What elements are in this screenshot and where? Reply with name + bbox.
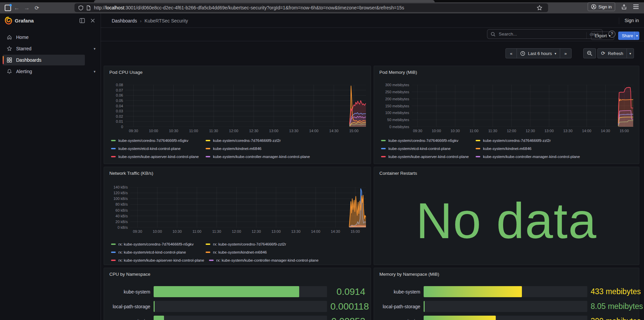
- legend-item[interactable]: rx: kube-system/coredns-7d764666f9-n5gkv: [111, 242, 206, 246]
- star-icon: [7, 46, 12, 51]
- home-icon: [7, 35, 12, 40]
- sidebar-divider: [101, 13, 101, 320]
- browser-active-tab[interactable]: [94, 0, 435, 2]
- plot-area[interactable]: [125, 85, 366, 127]
- gauge-row: local-path-storage0.000118: [109, 301, 365, 312]
- legend-item[interactable]: rx: kube-system/kindnet-m6846: [206, 250, 300, 254]
- close-icon[interactable]: [91, 18, 95, 23]
- legend-item[interactable]: kube-system/kube-apiserver-kind-control-…: [381, 155, 476, 159]
- y-tick-label: 60 kB/s: [115, 208, 128, 212]
- x-tick-label: 10:00: [149, 129, 158, 133]
- panel-title[interactable]: Pod CPU Usage: [109, 70, 143, 75]
- legend-item[interactable]: rx: kube-system/etcd-kind-control-plane: [111, 250, 206, 254]
- browser-url-bar[interactable]: http://localhost:3001/d/d060e8cc-d2ec-4f…: [74, 3, 548, 12]
- browser-extension-icon[interactable]: [621, 4, 627, 10]
- x-tick-label: 10:30: [172, 229, 182, 233]
- namespace-label: local-path-storage: [109, 304, 150, 309]
- panel-network-traffic: Network Traffic (KB/s) 140 kB/s120 kB/s1…: [104, 167, 371, 265]
- y-axis: 140 kB/s120 kB/s100 kB/s80 kB/s60 kB/s40…: [109, 187, 130, 227]
- bar-gauge: kube-system0.0914local-path-storage0.000…: [104, 286, 371, 320]
- chevron-down-icon[interactable]: ▾: [91, 43, 99, 54]
- time-zoom-out-button[interactable]: [583, 48, 596, 58]
- series-color-swatch: [206, 140, 210, 141]
- series-label: kube-system/kindnet-m6846: [213, 147, 261, 151]
- series-label: kube-system/kindnet-m6846: [483, 147, 531, 151]
- plot-area[interactable]: [412, 85, 634, 127]
- chevron-down-icon[interactable]: ▾: [91, 66, 99, 77]
- y-tick-label: 100 kB/s: [113, 197, 128, 201]
- gauge-value: 0.00853: [330, 316, 365, 320]
- browser-sign-in-button[interactable]: Sign in: [588, 2, 615, 11]
- sidebar-item-alerting[interactable]: Alerting▾: [3, 66, 85, 77]
- legend-item[interactable]: kube-system/coredns-7d764666f9-zzl2r: [206, 139, 300, 143]
- panel-title[interactable]: Network Traffic (KB/s): [109, 171, 153, 176]
- clock-icon: [520, 51, 525, 56]
- dock-menu-icon[interactable]: [79, 18, 85, 23]
- gauge-track[interactable]: [424, 301, 587, 312]
- gauge-track[interactable]: [424, 286, 587, 297]
- legend-item[interactable]: kube-system/coredns-7d764666f9-n5gkv: [111, 139, 206, 143]
- legend-item[interactable]: kube-system/kube-controller-manager-kind…: [206, 155, 315, 159]
- legend-item[interactable]: kube-system/kindnet-m6846: [206, 147, 300, 151]
- x-tick-label: 14:00: [311, 229, 320, 233]
- hamburger-menu-icon[interactable]: [633, 4, 639, 9]
- header-bottom-divider: [101, 28, 644, 28]
- x-tick-label: 14:30: [601, 129, 610, 133]
- sidebar-item-dashboards[interactable]: Dashboards: [3, 55, 85, 65]
- legend-item[interactable]: rx: kube-system/kube-controller-manager-…: [209, 258, 323, 262]
- x-tick-label: 13:00: [544, 129, 554, 133]
- refresh-button[interactable]: ⟳ Refresh: [597, 48, 627, 58]
- panel-title[interactable]: Memory by Namespace (MiB): [379, 272, 439, 277]
- url-text[interactable]: http://localhost:3001/d/d060e8cc-d2ec-4f…: [94, 3, 404, 12]
- gauge-track[interactable]: [154, 316, 327, 320]
- browser-reload-icon[interactable]: ⟳: [33, 2, 41, 13]
- bookmark-star-icon[interactable]: [537, 5, 542, 11]
- gauge-row: monitoring0.00853: [109, 316, 365, 320]
- gauge-track[interactable]: [154, 286, 327, 297]
- gauge-track[interactable]: [154, 301, 327, 312]
- grafana-brand[interactable]: Grafana: [15, 13, 34, 28]
- search-input[interactable]: [498, 31, 587, 37]
- x-tick-label: 12:00: [232, 229, 241, 233]
- time-range-picker-button[interactable]: Last 6 hours ▾: [517, 48, 560, 58]
- legend-item[interactable]: kube-system/kube-apiserver-kind-control-…: [111, 155, 206, 159]
- export-button[interactable]: Export▾: [591, 32, 614, 40]
- legend-row: kube-system/kube-apiserver-kind-control-…: [381, 153, 585, 161]
- firefox-view-icon[interactable]: [5, 5, 11, 11]
- refresh-interval-dropdown[interactable]: ▾: [627, 48, 634, 58]
- panel-title[interactable]: Container Restarts: [379, 171, 417, 176]
- series-color-swatch: [476, 140, 480, 141]
- refresh-controls: ⟳ Refresh ▾: [597, 48, 634, 58]
- share-dropdown-button[interactable]: ▾: [634, 32, 639, 40]
- time-shift-back-button[interactable]: «: [505, 48, 517, 58]
- legend-item[interactable]: kube-system/coredns-7d764666f9-n5gkv: [381, 139, 476, 143]
- browser-back-icon[interactable]: ←: [13, 2, 21, 13]
- legend-item[interactable]: kube-system/etcd-kind-control-plane: [111, 147, 206, 151]
- breadcrumb-dashboards[interactable]: Dashboards: [112, 18, 137, 23]
- legend-item[interactable]: kube-system/kindnet-m6846: [476, 147, 570, 151]
- legend-item[interactable]: rx: kube-system/kube-apiserver-kind-cont…: [111, 258, 209, 262]
- y-tick-label: 0.04: [116, 104, 123, 108]
- panel-title[interactable]: CPU by Namespace: [109, 272, 150, 277]
- series-color-swatch: [206, 148, 210, 149]
- browser-forward-icon[interactable]: →: [23, 2, 31, 13]
- gauge-value: 0.000118: [330, 301, 365, 312]
- browser-toolbar: ← → ⟳ http://localhost:3001/d/d060e8cc-d…: [0, 0, 644, 13]
- time-shift-forward-button[interactable]: »: [560, 48, 572, 58]
- gauge-track[interactable]: [424, 316, 587, 320]
- share-label: Share: [622, 34, 633, 38]
- panel-title[interactable]: Pod Memory (MiB): [379, 70, 417, 75]
- series-color-swatch: [381, 140, 386, 141]
- plot-area[interactable]: [130, 187, 366, 227]
- shield-icon[interactable]: [78, 5, 83, 10]
- zoom-out-icon: [587, 51, 592, 56]
- legend-item[interactable]: kube-system/kube-controller-manager-kind…: [476, 155, 585, 159]
- legend-item[interactable]: kube-system/etcd-kind-control-plane: [381, 147, 476, 151]
- grafana-logo[interactable]: [5, 17, 12, 24]
- sidebar-item-starred[interactable]: Starred▾: [3, 43, 85, 54]
- legend-item[interactable]: kube-system/coredns-7d764666f9-zzl2r: [476, 139, 570, 143]
- legend-item[interactable]: rx: kube-system/coredns-7d764666f9-zzl2r: [206, 242, 300, 246]
- sidebar-item-home[interactable]: Home: [3, 32, 85, 43]
- grafana-sign-in-link[interactable]: Sign in: [625, 13, 639, 28]
- search-box[interactable]: ctrl+k: [487, 29, 603, 39]
